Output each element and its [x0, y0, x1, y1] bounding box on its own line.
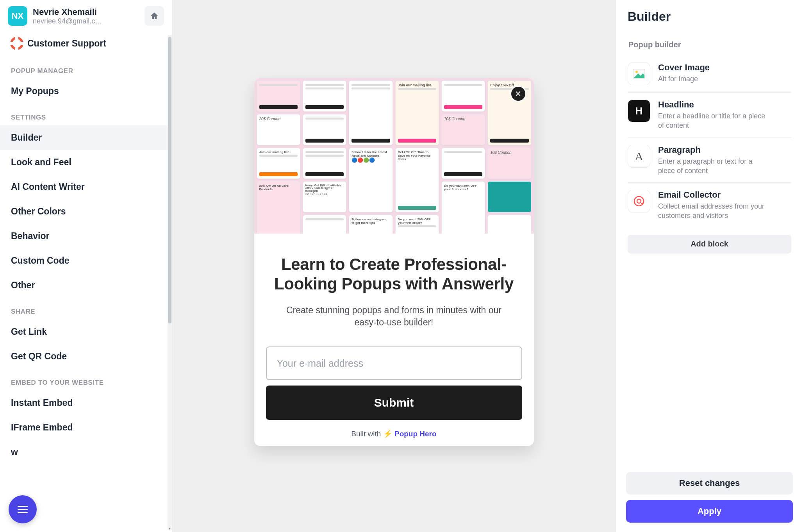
- panel-actions: Reset changes Apply: [624, 472, 795, 523]
- scrollbar-down-arrow[interactable]: ▾: [168, 526, 172, 530]
- collage-tile: Join our mailing list.: [395, 80, 439, 145]
- headline-icon: H: [628, 100, 650, 122]
- panel-title: Builder: [628, 9, 795, 24]
- reset-changes-button[interactable]: Reset changes: [626, 472, 793, 495]
- support-label: Customer Support: [27, 38, 106, 49]
- collage-tile: Enjoy 15% Off: [487, 80, 531, 145]
- sidebar-item-other[interactable]: Other: [0, 273, 172, 298]
- collage-tile: Hurry! Get 10% off with this offer - end…: [303, 181, 346, 212]
- collage-tile: Do you want 20% OFF your first order?: [395, 215, 439, 234]
- block-desc: Alt for Image: [658, 74, 710, 84]
- block-cover-image[interactable]: Cover Image Alt for Image: [628, 55, 791, 93]
- sidebar-item-other-colors[interactable]: Other Colors: [0, 199, 172, 224]
- collage-tile: Get 20% Off! Time to Save on Your Favori…: [395, 148, 439, 212]
- section-label-popup-manager: POPUP MANAGER: [0, 57, 172, 79]
- apply-button[interactable]: Apply: [626, 500, 793, 523]
- collage-tile: [303, 114, 346, 145]
- home-button[interactable]: [145, 6, 164, 26]
- block-list: Cover Image Alt for Image H Headline Ent…: [628, 55, 791, 228]
- popup-headline: Learn to Create Professional-Looking Pop…: [268, 255, 520, 293]
- sidebar-item-builder[interactable]: Builder: [0, 125, 172, 150]
- sidebar: NX Nevrie Xhemaili nevriee.94@gmail.c… C…: [0, 0, 172, 532]
- footer-prefix: Built with: [351, 430, 383, 438]
- panel-subtitle: Popup builder: [628, 40, 791, 49]
- sidebar-item-look-and-feel[interactable]: Look and Feel: [0, 150, 172, 175]
- collage-tile: 20% Off On All Care Products: [257, 181, 300, 234]
- popup-close-button[interactable]: ✕: [511, 87, 525, 101]
- sidebar-item-ai-content-writer[interactable]: AI Content Writer: [0, 175, 172, 199]
- block-title: Headline: [658, 100, 767, 110]
- collage-tile: [349, 80, 393, 145]
- sidebar-item-get-link[interactable]: Get Link: [0, 320, 172, 344]
- sidebar-scroll: Customer Support POPUP MANAGER My Popups…: [0, 30, 172, 532]
- collage-tile: Join our mailing list.: [257, 148, 300, 179]
- collage-tile: [487, 181, 531, 212]
- block-desc: Enter a paragraph or text for a piece of…: [658, 157, 767, 176]
- email-input[interactable]: [266, 346, 522, 380]
- section-label-share: SHARE: [0, 298, 172, 320]
- lifering-icon: [10, 37, 23, 50]
- section-label-settings: SETTINGS: [0, 104, 172, 125]
- block-desc: Collect email addresses from your custom…: [658, 202, 767, 221]
- user-info[interactable]: Nevrie Xhemaili nevriee.94@gmail.c…: [33, 7, 139, 25]
- builder-panel: Builder Popup builder Cover Image Alt fo…: [616, 0, 803, 532]
- user-email: nevriee.94@gmail.c…: [33, 17, 139, 25]
- collage-tile: [441, 80, 485, 112]
- popup-paragraph: Create stunning popups and forms in minu…: [285, 304, 503, 328]
- collage-tile: 20$ Coupon: [257, 114, 300, 145]
- user-name: Nevrie Xhemaili: [33, 7, 139, 17]
- preview-canvas: Join our mailing list. Enjoy 15% Off 20$…: [172, 0, 616, 532]
- block-paragraph[interactable]: A Paragraph Enter a paragraph or text fo…: [628, 138, 791, 183]
- collage-tile: [303, 80, 346, 112]
- add-block-button[interactable]: Add block: [628, 235, 791, 254]
- sidebar-item-instant-embed[interactable]: Instant Embed: [0, 391, 172, 415]
- menu-fab[interactable]: [9, 495, 37, 523]
- collage-tile: [487, 215, 531, 234]
- svg-point-1: [635, 71, 638, 73]
- section-label-embed: EMBED TO YOUR WEBSITE: [0, 369, 172, 391]
- svg-point-2: [634, 196, 644, 206]
- block-title: Email Collector: [658, 190, 767, 200]
- svg-point-3: [637, 199, 641, 203]
- collage-tile: Follow Us for the Latest News and Update…: [349, 148, 393, 212]
- collage-tile: Do you want 20% OFF your first order?: [441, 181, 485, 234]
- collage-tile: Follow us on Instagram to get more tips: [349, 215, 393, 234]
- user-avatar[interactable]: NX: [8, 6, 27, 26]
- collage-tile: [257, 80, 300, 112]
- collage-tile: 10$ Coupon: [487, 148, 531, 179]
- sidebar-item-my-popups[interactable]: My Popups: [0, 79, 172, 104]
- popup-footer: Built with ⚡ Popup Hero: [351, 429, 436, 438]
- cover-image-collage: Join our mailing list. Enjoy 15% Off 20$…: [254, 78, 534, 234]
- block-title: Cover Image: [658, 62, 710, 73]
- sidebar-item-behavior[interactable]: Behavior: [0, 224, 172, 248]
- home-icon: [150, 11, 159, 21]
- block-email-collector[interactable]: Email Collector Collect email addresses …: [628, 183, 791, 228]
- image-icon: [628, 62, 650, 85]
- hamburger-icon: [18, 506, 28, 513]
- sidebar-item-support[interactable]: Customer Support: [0, 30, 172, 57]
- popup-body: Learn to Create Professional-Looking Pop…: [254, 234, 534, 446]
- collage-tile: 10$ Coupon: [441, 114, 485, 145]
- sidebar-scrollbar[interactable]: ▾: [168, 35, 172, 530]
- block-desc: Enter a headline or title for a piece of…: [658, 111, 767, 130]
- collage-tile: [303, 215, 346, 234]
- sidebar-item-embed-extra[interactable]: w: [0, 440, 172, 464]
- lightning-icon: ⚡: [383, 430, 393, 438]
- sidebar-item-custom-code[interactable]: Custom Code: [0, 248, 172, 273]
- popup-preview: Join our mailing list. Enjoy 15% Off 20$…: [254, 78, 534, 446]
- collage-tile: [303, 148, 346, 179]
- sidebar-item-get-qr-code[interactable]: Get QR Code: [0, 344, 172, 369]
- collage-tile: [441, 148, 485, 179]
- sidebar-header: NX Nevrie Xhemaili nevriee.94@gmail.c…: [0, 0, 172, 30]
- submit-button[interactable]: Submit: [266, 386, 522, 420]
- sidebar-item-iframe-embed[interactable]: IFrame Embed: [0, 415, 172, 440]
- scrollbar-thumb[interactable]: [168, 37, 171, 323]
- block-headline[interactable]: H Headline Enter a headline or title for…: [628, 93, 791, 138]
- close-icon: ✕: [515, 89, 521, 98]
- block-title: Paragraph: [658, 145, 767, 155]
- popup-hero-link[interactable]: Popup Hero: [394, 430, 437, 438]
- at-icon: [628, 190, 650, 212]
- paragraph-icon: A: [628, 145, 650, 168]
